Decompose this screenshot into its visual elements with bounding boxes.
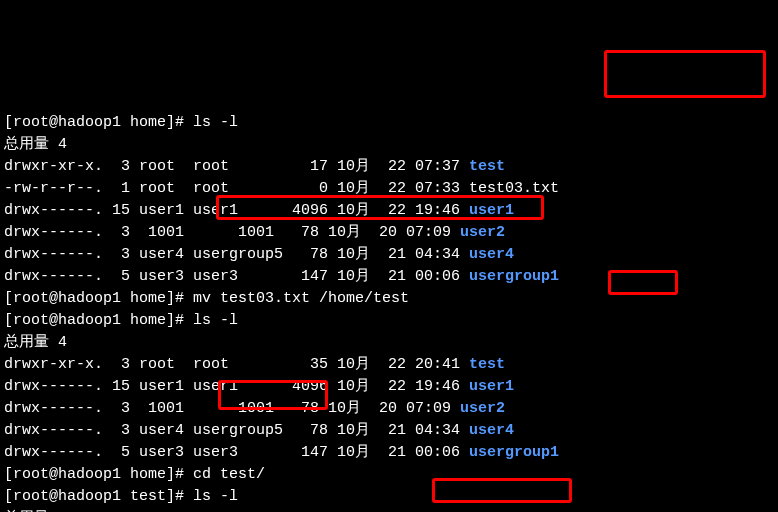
filename: usergroup1 [469,268,559,285]
prompt: [root@hadoop1 home]# [4,114,184,131]
file-row: drwxr-xr-x. 3 root root 35 10月 22 20:41 … [4,356,505,373]
file-row: -rw-r--r--. 1 root root 0 10月 22 07:33 t… [4,180,559,197]
prompt: [root@hadoop1 home]# [4,312,184,329]
command-ls: ls -l [193,114,238,131]
filename: user2 [460,400,505,417]
filename: test [469,356,505,373]
listing1: drwxr-xr-x. 3 root root 17 10月 22 07:37 … [4,158,559,285]
total-line: 总用量 4 [4,334,67,351]
file-row: drwx------. 3 1001 1001 78 10月 20 07:09 … [4,400,505,417]
file-row: drwx------. 3 user4 usergroup5 78 10月 21… [4,246,514,263]
prompt: [root@hadoop1 home]# [4,466,184,483]
command-ls: ls -l [193,312,238,329]
file-row: drwx------. 3 1001 1001 78 10月 20 07:09 … [4,224,505,241]
prompt: [root@hadoop1 test]# [4,488,184,505]
total-line: 总用量 4 [4,136,67,153]
filename: test [469,158,505,175]
filename: user4 [469,246,514,263]
command-cd: cd test/ [193,466,265,483]
terminal-output: [root@hadoop1 home]# ls -l 总用量 4 drwxr-x… [4,90,774,512]
file-row: drwx------. 15 user1 user1 4096 10月 22 1… [4,378,514,395]
file-row: drwxr-xr-x. 3 root root 17 10月 22 07:37 … [4,158,505,175]
command-ls: ls -l [193,488,238,505]
filename: user1 [469,202,514,219]
prompt: [root@hadoop1 home]# [4,290,184,307]
file-row: drwx------. 5 user3 user3 147 10月 21 00:… [4,444,559,461]
filename: user4 [469,422,514,439]
filename: test03.txt [469,180,559,197]
listing2: drwxr-xr-x. 3 root root 35 10月 22 20:41 … [4,356,559,461]
filename: usergroup1 [469,444,559,461]
file-row: drwx------. 5 user3 user3 147 10月 21 00:… [4,268,559,285]
file-row: drwx------. 15 user1 user1 4096 10月 22 1… [4,202,514,219]
command-mv: mv test03.txt /home/test [193,290,409,307]
filename: user1 [469,378,514,395]
file-row: drwx------. 3 user4 usergroup5 78 10月 21… [4,422,514,439]
filename: user2 [460,224,505,241]
